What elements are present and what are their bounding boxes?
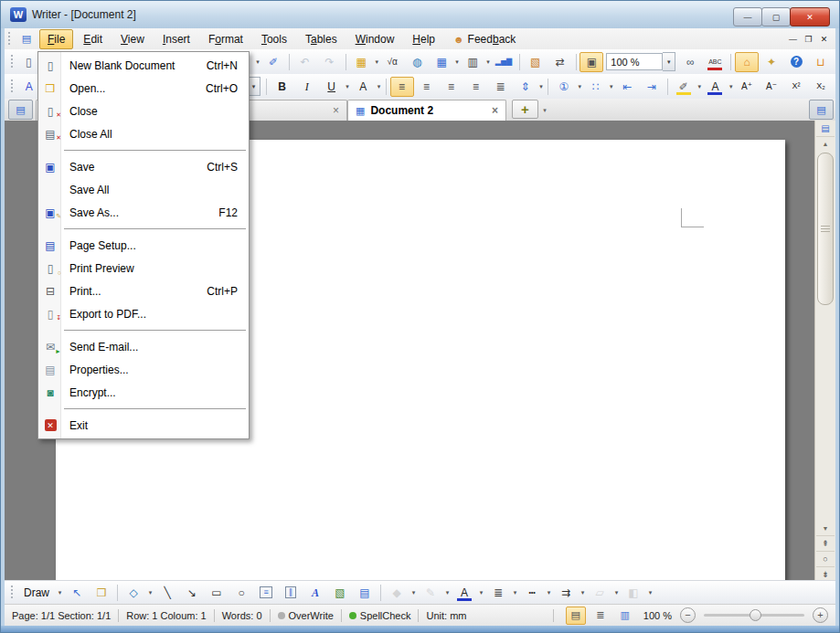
bullets-button-dropdown-icon[interactable]: ▾ — [609, 78, 615, 96]
shadow-button-dropdown-icon[interactable]: ▾ — [612, 584, 621, 602]
redo-button[interactable]: ↷ — [318, 52, 342, 72]
text-box-button[interactable]: ≡ — [254, 583, 278, 603]
menu-help[interactable]: Help — [404, 29, 443, 49]
font-effects-button-dropdown-icon[interactable]: ▾ — [376, 78, 382, 96]
zoom-out-button[interactable]: − — [680, 607, 696, 623]
paste-button-dropdown-icon[interactable]: ▾ — [255, 53, 261, 71]
increase-indent-button[interactable]: ⇥ — [640, 77, 664, 97]
font-color-button-dropdown-icon[interactable]: ▾ — [728, 78, 734, 96]
menu-tables[interactable]: Tables — [297, 29, 346, 49]
font-size-combo-dropdown-icon[interactable]: ▾ — [248, 77, 261, 96]
zoom-slider-thumb[interactable] — [750, 609, 761, 621]
fill-color-button-dropdown-icon[interactable]: ▾ — [409, 584, 418, 602]
menu-edit[interactable]: Edit — [75, 29, 111, 49]
close-tab-icon[interactable]: × — [333, 104, 339, 117]
underline-button-dropdown-icon[interactable]: ▾ — [345, 78, 351, 96]
menubar-grip[interactable] — [7, 31, 12, 47]
zoom-in-button[interactable]: + — [813, 607, 828, 623]
tab-area-icon[interactable]: ▤ — [8, 100, 33, 120]
select-objects-button[interactable]: ↖ — [65, 583, 89, 603]
scroll-up-button[interactable]: ▲ — [816, 137, 835, 151]
skin-button[interactable]: ✦ — [760, 52, 783, 72]
maximize-button[interactable]: ▢ — [761, 7, 791, 26]
align-left-button[interactable]: ≡ — [390, 77, 414, 97]
italic-button[interactable]: I — [295, 77, 319, 97]
menu-item-properties[interactable]: ▤Properties... — [38, 358, 249, 381]
decrease-indent-button[interactable]: ⇤ — [615, 77, 639, 97]
shrink-font-button[interactable]: A⁻ — [760, 77, 783, 97]
menu-item-export-pdf[interactable]: ▯↧Export to PDF... — [38, 302, 249, 325]
menu-item-open[interactable]: ❒Open...Ctrl+O — [38, 77, 249, 100]
menu-view[interactable]: View — [112, 29, 153, 49]
close-button[interactable]: ✕ — [790, 7, 830, 26]
menu-item-exit[interactable]: ✕Exit — [38, 414, 249, 437]
menu-item-save[interactable]: ▣SaveCtrl+S — [38, 155, 249, 178]
autoshapes-button[interactable]: ◇ — [122, 583, 145, 603]
highlight-button-dropdown-icon[interactable]: ▾ — [696, 78, 703, 96]
numbering-button-dropdown-icon[interactable]: ▾ — [577, 78, 583, 96]
oval-button[interactable]: ○ — [229, 583, 253, 603]
insert-table-button[interactable]: ▦ — [349, 52, 373, 72]
outline-view-button[interactable]: ≣ — [590, 607, 611, 625]
menu-window[interactable]: Window — [347, 29, 403, 49]
format-toolbar-grip[interactable] — [10, 79, 14, 94]
menu-item-page-setup[interactable]: ▤Page Setup... — [38, 234, 249, 257]
bullets-button[interactable]: ∷ — [584, 77, 608, 97]
menu-item-print-preview[interactable]: ▯○Print Preview — [38, 257, 249, 280]
find-button[interactable]: ∞ — [678, 52, 702, 72]
dash-style-button[interactable]: ┅ — [520, 583, 544, 603]
rectangle-button[interactable]: ▭ — [205, 583, 229, 603]
arrow-style-button[interactable]: ⇉ — [554, 583, 578, 603]
menu-item-new[interactable]: ▯New Blank DocumentCtrl+N — [38, 54, 249, 77]
shadow-button[interactable]: ▱ — [588, 583, 611, 603]
status-unit[interactable]: Unit: mm — [426, 610, 466, 621]
columns-button[interactable]: ▥ — [461, 52, 484, 72]
scrollbar-thumb[interactable] — [817, 153, 834, 305]
align-right-button[interactable]: ≡ — [440, 77, 463, 97]
format-painter-button[interactable]: ✐ — [261, 52, 285, 72]
draw-menu-button-dropdown-icon[interactable]: ▾ — [56, 584, 64, 602]
menu-item-encrypt[interactable]: ◙Encrypt... — [38, 381, 249, 404]
previous-page-button[interactable]: ⇞ — [816, 535, 835, 551]
zoom-combo[interactable]: 100 %▾ — [606, 52, 675, 71]
menu-item-save-as[interactable]: ▣✎Save As...F12 — [38, 201, 249, 224]
web-view-button[interactable]: ▥ — [615, 607, 635, 625]
new-tab-dropdown-icon[interactable]: ▾ — [539, 101, 550, 119]
line-style-button[interactable]: ≣ — [486, 583, 510, 603]
undo-button[interactable]: ↶ — [293, 52, 317, 72]
chart-button[interactable]: ▂▅▇ — [492, 52, 516, 72]
minimize-button[interactable]: — — [733, 7, 762, 26]
table-grid-button-dropdown-icon[interactable]: ▾ — [454, 53, 460, 71]
scroll-down-button[interactable]: ▼ — [816, 522, 835, 535]
threed-button-dropdown-icon[interactable]: ▾ — [646, 584, 654, 602]
formula-button[interactable]: √α — [380, 52, 404, 72]
grow-font-button[interactable]: A⁺ — [735, 77, 759, 97]
draw-font-color-button[interactable]: A — [452, 583, 476, 603]
status-page-section[interactable]: Page: 1/1 Section: 1/1 — [12, 610, 111, 621]
columns-button-dropdown-icon[interactable]: ▾ — [485, 53, 491, 71]
mdi-restore-button[interactable]: ❐ — [801, 35, 816, 44]
numbering-button[interactable]: ① — [552, 77, 576, 97]
menu-item-save-all[interactable]: Save All — [38, 178, 249, 201]
scrollbar-track[interactable] — [816, 305, 835, 522]
close-tab-icon[interactable]: × — [492, 104, 498, 117]
vertical-text-box-button[interactable]: ∥ — [279, 583, 303, 603]
print-layout-button[interactable]: ▣ — [579, 52, 603, 72]
menu-item-close-all[interactable]: ▤✕Close All — [38, 122, 249, 145]
spellcheck-button[interactable]: ABC — [703, 52, 727, 72]
status-words[interactable]: Words: 0 — [222, 610, 262, 621]
wordart-button[interactable]: A — [303, 583, 327, 603]
arrow-button[interactable]: ↘ — [180, 583, 204, 603]
highlight-button[interactable]: ✐ — [672, 77, 696, 97]
insert-table-button-dropdown-icon[interactable]: ▾ — [374, 53, 379, 71]
menu-file[interactable]: File — [39, 29, 73, 49]
web-preview-button[interactable]: ◍ — [405, 52, 429, 72]
draw-menu-button[interactable]: Draw — [18, 583, 55, 603]
select-browse-object-button[interactable]: ○ — [816, 551, 835, 566]
menu-item-close[interactable]: ▯✕Close — [38, 100, 249, 122]
arrow-style-button-dropdown-icon[interactable]: ▾ — [579, 584, 587, 602]
text-direction-button[interactable]: ⇄ — [548, 52, 572, 72]
underline-button[interactable]: U — [320, 77, 344, 97]
font-color-button[interactable]: A — [703, 77, 727, 97]
line-color-button-dropdown-icon[interactable]: ▾ — [443, 584, 452, 602]
